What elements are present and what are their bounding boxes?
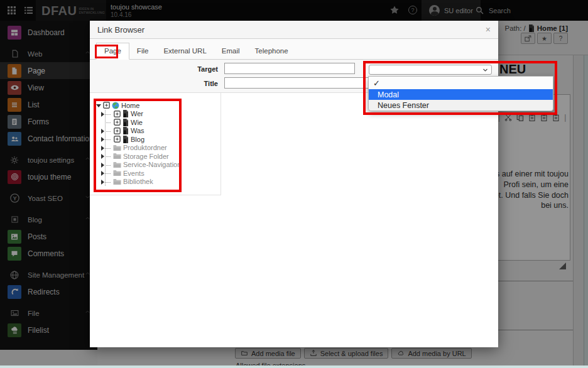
tree-item-label: Events [123, 170, 144, 177]
dropdown-option-modal[interactable]: Modal [369, 89, 553, 100]
checkmark-icon: ✓ [373, 78, 380, 88]
tree-item-label: Bibliothek [123, 178, 153, 185]
tree-stub [105, 156, 111, 157]
tree-item-label: Produktordner [123, 144, 167, 151]
target-input[interactable] [224, 63, 355, 74]
tree-item-bibliothek[interactable]: Bibliothek [90, 178, 220, 187]
chevron-down-icon [482, 67, 488, 73]
page-icon [122, 110, 129, 117]
tree-stub [105, 182, 111, 183]
tree-item-service-navigation[interactable]: Service-Navigation [90, 161, 220, 170]
page-icon [122, 136, 129, 143]
page-icon [122, 119, 129, 126]
expand-arrow-icon[interactable] [101, 163, 104, 168]
plusbox-icon [114, 136, 121, 143]
typo3-backend-screen: Path: / Home [1] ★ ? NEU || reits auf ei… [0, 0, 588, 368]
tree-item-label: Was [131, 127, 144, 134]
tree-item-blog[interactable]: Blog [90, 135, 220, 144]
plusbox-icon [114, 119, 121, 126]
tree-item-produktordner[interactable]: Produktordner [90, 144, 220, 153]
tree-item-label: Blog [131, 136, 144, 143]
tree-item-wie[interactable]: Wie [90, 118, 220, 127]
tree-item-wer[interactable]: Wer [90, 110, 220, 119]
close-icon[interactable]: × [486, 24, 491, 35]
folder-icon [113, 161, 121, 168]
horizontal-scrollbar[interactable] [0, 365, 588, 368]
tree-item-label: Service-Navigation [123, 161, 181, 168]
tree-item-storage-folder[interactable]: Storage Folder [90, 152, 220, 161]
dropdown-option-neues-fenster[interactable]: Neues Fenster [369, 100, 553, 111]
folder-icon [113, 178, 121, 185]
folder-icon [113, 170, 121, 176]
expand-arrow-icon[interactable] [101, 129, 104, 134]
tree-stub [105, 165, 111, 166]
tab-telephone[interactable]: Telephone [248, 43, 296, 59]
target-label: Target [99, 65, 218, 73]
tree-stub [105, 148, 111, 149]
expand-arrow-icon[interactable] [101, 137, 104, 142]
expand-arrow-icon[interactable] [101, 146, 104, 151]
tab-file[interactable]: File [129, 43, 156, 59]
tree-stub [105, 139, 111, 140]
dropdown-option-empty[interactable]: ✓ [369, 77, 553, 89]
expand-arrow-icon[interactable] [101, 180, 104, 185]
tab-page[interactable]: Page [96, 43, 129, 60]
page-tree-panel: HomeWerWieWasBlogProduktordnerStorage Fo… [90, 93, 221, 195]
title-label: Title [99, 80, 218, 87]
tree-item-home[interactable]: Home [90, 101, 220, 110]
page-icon [122, 127, 129, 134]
expand-arrow-icon[interactable] [101, 171, 104, 176]
modal-header: Link Browser × [90, 21, 498, 39]
dropdown-option-label: Neues Fenster [378, 101, 429, 110]
tab-external-url[interactable]: External URL [156, 43, 214, 59]
tree-item-was[interactable]: Was [90, 127, 220, 136]
modal-title: Link Browser [90, 21, 498, 39]
expand-arrow-icon[interactable] [101, 112, 104, 117]
expand-arrow-icon[interactable] [101, 154, 104, 159]
tree-item-label: Home [121, 102, 139, 109]
plusbox-icon [114, 127, 121, 134]
tab-email[interactable]: Email [214, 43, 248, 59]
tree-item-label: Wie [131, 119, 143, 126]
folder-icon [113, 153, 121, 160]
tree-stub [105, 131, 111, 132]
expand-arrow-icon[interactable] [96, 104, 101, 107]
tree-stub [105, 173, 111, 174]
tree-stub [105, 122, 111, 123]
page-tree: HomeWerWieWasBlogProduktordnerStorage Fo… [90, 93, 220, 186]
tree-item-label: Wer [131, 110, 143, 117]
dropdown-option-label: Modal [378, 90, 399, 99]
folder-icon [113, 144, 121, 151]
target-select[interactable] [369, 65, 492, 75]
globe-icon [112, 102, 119, 109]
plusbox-icon [103, 102, 110, 109]
tree-item-events[interactable]: Events [90, 169, 220, 178]
plusbox-icon [114, 111, 121, 117]
target-dropdown-popup: ✓ModalNeues Fenster [368, 76, 553, 111]
link-browser-modal: Link Browser × PageFileExternal URLEmail… [90, 21, 498, 347]
tree-item-label: Storage Folder [123, 153, 169, 160]
tree-stub [105, 114, 111, 115]
modal-tab-bar: PageFileExternal URLEmailTelephone [90, 39, 498, 60]
